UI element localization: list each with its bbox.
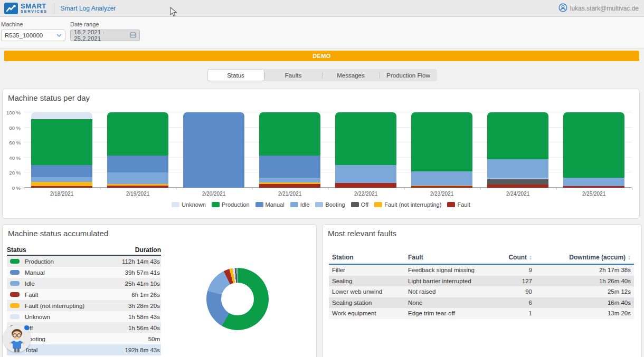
smart-log-analyzer-app: SMART SERVICES Smart Log Analyzer lukas.… (0, 0, 644, 357)
fault-description: Light barrier interrupted (408, 278, 484, 284)
fault-count: 6 (484, 300, 542, 306)
tab-production-flow[interactable]: Production Flow (380, 69, 437, 81)
chevron-down-icon (56, 32, 62, 38)
bar-group-2/19/2021[interactable] (100, 112, 176, 188)
mouse-cursor (170, 7, 177, 19)
x-tick-label: 2/23/2021 (404, 191, 480, 197)
tab-messages[interactable]: Messages (323, 69, 380, 81)
bar-group-2/25/2021[interactable] (556, 112, 632, 188)
stacked-bar-chart[interactable] (24, 112, 632, 188)
chart-panel-title: Machine status per day (8, 93, 90, 102)
downtime-column-header[interactable]: Downtime (accum)▲▼ (542, 254, 634, 261)
fault-count: 9 (484, 267, 542, 273)
status-name: Production (25, 258, 54, 265)
legend-item-fault-not-interrupting-[interactable]: Fault (not interrupting) (374, 201, 441, 208)
accumulated-row-fault[interactable]: Fault6h 1m 26s (7, 289, 161, 300)
fault-station: Sealing station (329, 300, 408, 306)
legend-label: Unknown (182, 201, 206, 208)
status-swatch (10, 292, 20, 297)
fault-station: Sealing (329, 278, 408, 284)
accumulated-row-manual[interactable]: Manual39h 57m 41s (7, 267, 161, 278)
fault-column-header: Fault (408, 254, 484, 261)
user-account[interactable]: lukas.stark@multivac.de (558, 3, 639, 14)
bar-group-2/23/2021[interactable] (404, 112, 480, 188)
legend-swatch (315, 202, 323, 207)
x-tick-label: 2/18/2021 (24, 191, 100, 197)
status-swatch (10, 270, 20, 275)
accumulated-row-idle[interactable]: Idle25h 41m 10s (7, 278, 161, 289)
status-duration: 1h 56m 40s (128, 325, 160, 331)
status-name: Manual (25, 269, 45, 276)
bar-segment-manual (183, 112, 244, 188)
bars-layer (24, 112, 632, 188)
bar-group-2/22/2021[interactable] (328, 112, 404, 188)
bar-segment-fault-not-interrupting- (31, 182, 92, 187)
fault-row-sealing-station[interactable]: Sealing stationNone616m 40s (329, 297, 634, 308)
legend-swatch (351, 202, 359, 207)
bar-segment-idle (411, 171, 472, 186)
legend-item-unknown[interactable]: Unknown (172, 201, 206, 208)
assistant-widget[interactable] (3, 325, 31, 352)
fault-count: 90 (484, 288, 542, 295)
status-duration: 39h 57m 41s (125, 269, 160, 276)
fault-row-lower-web-unwind[interactable]: Lower web unwindNot raised9025m 12s (329, 286, 634, 297)
legend-item-off[interactable]: Off (351, 201, 368, 208)
legend-label: Production (222, 201, 250, 208)
date-range-input[interactable]: 18.2.2021 - 25.2.2021 (70, 30, 140, 41)
bar-segment-manual (31, 165, 92, 177)
tab-status[interactable]: Status (207, 69, 264, 81)
accumulated-row-unknown[interactable]: Unknown1h 58m 43s (7, 311, 161, 322)
bar-segment-fault (411, 186, 472, 188)
accumulated-row-production[interactable]: Production112h 14m 43s (7, 256, 161, 267)
bar-group-2/18/2021[interactable] (24, 112, 100, 188)
date-range-field-group: Date range 18.2.2021 - 25.2.2021 (70, 21, 140, 41)
legend-label: Idle (300, 201, 310, 208)
status-name: Fault (not interrupting) (25, 303, 84, 309)
status-name: Unknown (25, 314, 50, 320)
x-axis-tick (632, 188, 632, 190)
legend-label: Booting (325, 201, 345, 208)
bar-segment-production (31, 119, 92, 165)
machine-select[interactable]: R535_100000 (1, 30, 65, 41)
chart-legend: UnknownProductionManualIdleBootingOffFau… (3, 201, 639, 208)
status-swatch (10, 259, 20, 264)
fault-row-sealing[interactable]: SealingLight barrier interrupted1271h 26… (329, 276, 634, 287)
count-column-header[interactable]: Count▲▼ (484, 254, 542, 261)
bar-segment-production (411, 112, 472, 171)
date-range-value: 18.2.2021 - 25.2.2021 (74, 29, 127, 42)
bar-group-2/21/2021[interactable] (252, 112, 328, 188)
faults-table-header: Station Fault Count▲▼ Downtime (accum)▲▼ (329, 251, 634, 265)
status-donut-chart[interactable] (206, 268, 269, 330)
x-axis-tick (480, 188, 480, 190)
tabs-row: StatusFaultsMessagesProduction Flow (0, 69, 644, 81)
smart-services-logo[interactable]: SMART SERVICES (4, 3, 48, 14)
legend-label: Manual (266, 201, 285, 208)
bar-segment-fault (259, 184, 320, 188)
tab-faults[interactable]: Faults (265, 69, 322, 81)
fault-row-filler[interactable]: FillerFeedback signal missing92h 17m 38s (329, 265, 634, 276)
date-range-label: Date range (70, 21, 140, 27)
legend-swatch (255, 202, 263, 207)
legend-item-manual[interactable]: Manual (255, 201, 285, 208)
bar-group-2/20/2021[interactable] (176, 112, 252, 188)
legend-item-fault[interactable]: Fault (447, 201, 470, 208)
fault-row-work-equipment[interactable]: Work equipmentEdge trim tear-off113m 20s (329, 308, 634, 319)
bar-group-2/24/2021[interactable] (480, 112, 556, 188)
accumulated-row-fault-not-interrupting-[interactable]: Fault (not interrupting)3h 28m 20s (7, 300, 161, 311)
fault-downtime: 1h 26m 40s (542, 278, 634, 284)
status-swatch (10, 314, 20, 319)
bar-segment-idle (31, 177, 92, 182)
legend-item-booting[interactable]: Booting (315, 201, 345, 208)
machine-status-accumulated-panel: Machine status accumulated Status Durati… (2, 224, 317, 357)
legend-swatch (212, 202, 220, 207)
status-swatch (10, 281, 20, 286)
status-duration: 25h 41m 10s (125, 281, 160, 287)
legend-item-idle[interactable]: Idle (290, 201, 310, 208)
x-axis-tick (404, 188, 404, 190)
assistant-notification-dot (24, 325, 29, 330)
machine-field-group: Machine R535_100000 (1, 21, 65, 41)
legend-item-production[interactable]: Production (212, 201, 250, 208)
accumulated-table-header: Status Duration (7, 245, 161, 256)
duration-column-header: Duration (135, 246, 161, 254)
x-axis-tick (100, 188, 100, 190)
